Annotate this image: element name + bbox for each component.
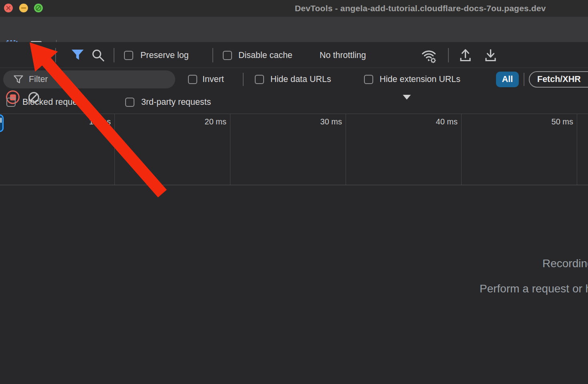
third-party-requests-label[interactable]: 3rd-party requests <box>141 97 211 107</box>
hide-data-urls-checkbox[interactable] <box>255 75 264 84</box>
search-icon[interactable] <box>92 49 105 64</box>
disable-cache-label[interactable]: Disable cache <box>238 50 292 60</box>
blocked-requests-label[interactable]: Blocked requests <box>22 97 88 107</box>
toolbar-divider <box>448 48 449 62</box>
export-har-icon[interactable] <box>484 48 498 64</box>
filter-row-divider <box>243 73 244 86</box>
fullscreen-icon[interactable] <box>34 4 43 12</box>
network-overview-timeline[interactable]: 10 ms 20 ms 30 ms 40 ms 50 ms <box>0 114 588 185</box>
request-type-filter-fetch-xhr[interactable]: Fetch/XHR <box>529 71 588 88</box>
blocked-requests-checkbox[interactable] <box>6 98 16 107</box>
import-har-icon[interactable] <box>458 48 473 64</box>
recording-status-text: Recording network activity… <box>542 257 588 270</box>
timeline-tick[interactable]: 30 ms <box>230 114 346 185</box>
devtools-tabbar: Console Network Sources Performance Memo… <box>0 17 588 42</box>
filter-row-divider <box>524 73 524 86</box>
network-conditions-icon[interactable] <box>421 47 440 66</box>
disable-cache-checkbox[interactable] <box>223 51 232 60</box>
hide-data-urls-label[interactable]: Hide data URLs <box>270 74 331 84</box>
preserve-log-checkbox[interactable] <box>124 51 133 60</box>
toolbar-divider <box>55 48 56 62</box>
timeline-tick[interactable]: 50 ms <box>462 114 577 185</box>
preserve-log-label[interactable]: Preserve log <box>140 50 189 60</box>
hide-extension-urls-checkbox[interactable] <box>364 75 373 84</box>
invert-label[interactable]: Invert <box>202 74 224 84</box>
filter-toggle-icon[interactable] <box>71 49 84 63</box>
minimize-icon[interactable] <box>19 4 28 12</box>
chevron-down-icon[interactable] <box>403 95 411 100</box>
close-icon[interactable] <box>4 4 13 12</box>
filter-input-funnel-icon <box>14 75 23 86</box>
third-party-requests-checkbox[interactable] <box>125 98 134 107</box>
hide-extension-urls-label[interactable]: Hide extension URLs <box>380 74 460 84</box>
record-hint-text: Perform a request or hit ⌘ R to record t… <box>480 282 588 295</box>
window-titlebar: DevTools - angela-add-tutorial.cloudflar… <box>0 0 588 17</box>
toolbar-divider <box>212 48 213 62</box>
timeline-tick[interactable]: 20 ms <box>115 114 230 185</box>
invert-checkbox[interactable] <box>188 75 197 84</box>
timeline-tick[interactable]: 40 ms <box>346 114 462 185</box>
filter-input[interactable] <box>3 70 175 88</box>
throttling-select[interactable]: No throttling <box>320 50 366 60</box>
toolbar-divider <box>114 48 114 62</box>
network-toolbar: Preserve log Disable cache No throttling <box>0 42 588 68</box>
window-title: DevTools - angela-add-tutorial.cloudflar… <box>295 4 546 13</box>
timeline-edge-badge <box>0 114 4 132</box>
timeline-tick[interactable]: 10 ms <box>0 114 115 185</box>
request-type-filter-all[interactable]: All <box>496 72 519 87</box>
